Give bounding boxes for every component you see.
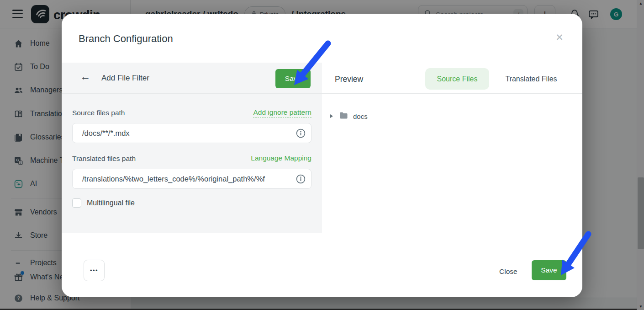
close-icon[interactable]: ✕ <box>553 31 566 44</box>
add-ignore-pattern-link[interactable]: Add ignore pattern <box>253 108 311 118</box>
info-icon[interactable] <box>296 174 306 184</box>
panel-header-divider <box>62 93 582 94</box>
screen: crowdin gabrielreader / writedo Private … <box>0 0 644 310</box>
tab-translated-files[interactable]: Translated Files <box>496 68 567 90</box>
filter-panel-heading: Add File Filter <box>101 74 149 83</box>
tree-item-docs[interactable]: docs <box>329 107 368 125</box>
back-arrow-icon[interactable]: ← <box>80 71 90 82</box>
multilingual-label[interactable]: Multilingual file <box>87 199 135 207</box>
source-path-label: Source files path <box>72 109 125 117</box>
language-mapping-link[interactable]: Language Mapping <box>251 154 311 163</box>
folder-icon <box>339 111 348 122</box>
branch-configuration-modal: Branch Configuration ✕ ← Add File Filter… <box>62 14 582 297</box>
preview-heading: Preview <box>335 75 363 84</box>
translated-path-input[interactable] <box>72 169 311 189</box>
save-filter-button[interactable]: Save <box>275 69 311 88</box>
modal-save-button[interactable]: Save <box>532 260 566 280</box>
tab-source-files[interactable]: Source Files <box>425 68 489 90</box>
modal-close-button[interactable]: Close <box>493 264 524 279</box>
translated-path-label: Translated files path <box>72 155 136 163</box>
more-options-button[interactable]: ••• <box>84 260 105 281</box>
modal-title: Branch Configuration <box>79 33 173 45</box>
multilingual-checkbox[interactable] <box>72 198 81 208</box>
info-icon[interactable] <box>296 128 306 139</box>
chevron-right-icon[interactable] <box>330 114 333 118</box>
tree-item-label: docs <box>353 112 368 120</box>
source-path-input[interactable] <box>72 123 311 143</box>
